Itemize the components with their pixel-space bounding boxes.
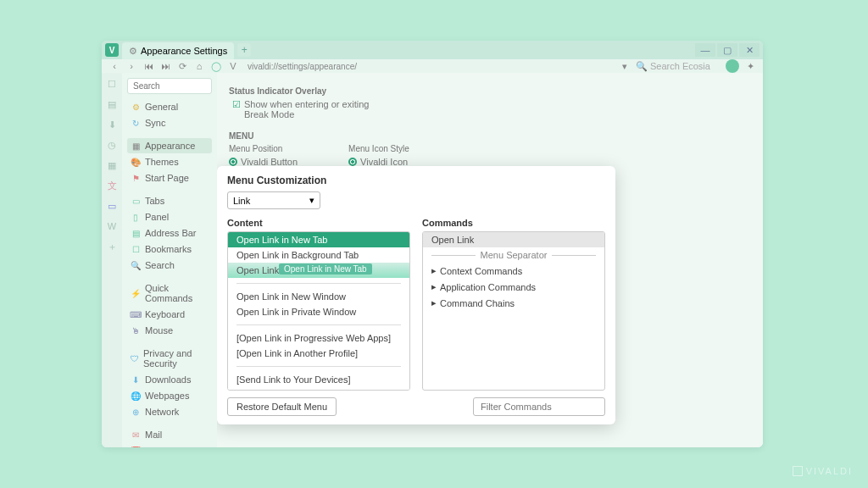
privacy-and-security-icon: 🛡 [131, 353, 139, 363]
main-area: ☐ ▤ ⬇ ◷ ▦ 文 ▭ W ＋ ⚙General↻Sync▦Appearan… [102, 73, 763, 447]
keyboard-icon: ⌨ [131, 309, 141, 319]
downloads-panel-icon[interactable]: ⬇ [106, 119, 118, 130]
command-menu-separator[interactable]: Menu Separator [423, 247, 604, 263]
sidebar-item-panel[interactable]: ▯Panel [127, 209, 212, 225]
bookmarks-panel-icon[interactable]: ☐ [106, 78, 118, 90]
settings-content: Status Indicator Overlay ☑ Show when ent… [217, 73, 763, 447]
content-item[interactable]: Open Link in Background Tab [228, 247, 409, 263]
menu-separator[interactable] [236, 366, 401, 367]
sidebar-item-tabs[interactable]: ▭Tabs [127, 193, 212, 208]
sidebar-item-label: Downloads [145, 374, 191, 385]
content-item[interactable]: Open Link in New Tab [228, 232, 409, 247]
sidebar-item-privacy-and-security[interactable]: 🛡Privacy and Security [127, 346, 212, 371]
window-controls: — ▢ ✕ [695, 43, 760, 57]
content-item[interactable]: Open Link in Private Window [228, 304, 409, 319]
reading-list-panel-icon[interactable]: ▤ [106, 98, 118, 110]
notes-panel-icon[interactable]: ▦ [106, 159, 118, 171]
sidebar-item-calendar[interactable]: 📅Calendar [127, 443, 212, 447]
sidebar-item-keyboard[interactable]: ⌨Keyboard [127, 307, 212, 322]
sidebar-item-quick-commands[interactable]: ⚡Quick Commands [127, 280, 212, 306]
sidebar-item-label: Bookmarks [145, 244, 192, 254]
command-group[interactable]: ▸Command Chains [423, 295, 604, 311]
filter-commands-input[interactable] [473, 397, 605, 416]
window-panel-icon[interactable]: ▭ [106, 200, 118, 212]
sidebar-item-bookmarks[interactable]: ☐Bookmarks [127, 241, 212, 257]
settings-view: ⚙General↻Sync▦Appearance🎨Themes⚑Start Pa… [122, 73, 763, 447]
restore-default-menu-button[interactable]: Restore Default Menu [227, 397, 337, 416]
wiki-panel-icon[interactable]: W [106, 220, 118, 232]
sidebar-item-webpages[interactable]: 🌐Webpages [127, 388, 212, 403]
start-page-icon: ⚑ [131, 173, 141, 183]
sidebar-item-start-page[interactable]: ⚑Start Page [127, 170, 212, 186]
sidebar-item-mail[interactable]: ✉Mail [127, 427, 212, 442]
settings-search-input[interactable] [127, 78, 212, 94]
bookmark-icon[interactable]: ▾ [619, 61, 631, 72]
sidebar-item-label: Tabs [145, 196, 164, 206]
sidebar-item-label: Panel [145, 212, 169, 222]
status-overlay-heading: Status Indicator Overlay [229, 86, 751, 96]
rewind-button[interactable]: ⏮ [142, 61, 154, 71]
chevron-right-icon: ▸ [431, 281, 437, 292]
tab-appearance-settings[interactable]: ⚙ Appearance Settings [122, 42, 234, 59]
address-bar[interactable]: vivaldi://settings/appearance/ [244, 62, 614, 71]
home-button[interactable]: ⌂ [193, 61, 205, 71]
sidebar-item-general[interactable]: ⚙General [127, 99, 212, 114]
reload-button[interactable]: ⟳ [176, 61, 188, 72]
command-group[interactable]: ▸Context Commands [423, 263, 604, 279]
chevron-right-icon: ▸ [431, 297, 437, 308]
downloads-icon: ⬇ [131, 374, 141, 385]
sidebar-item-label: Calendar [145, 446, 183, 447]
sidebar-item-label: Quick Commands [145, 283, 209, 303]
gear-icon: ⚙ [129, 46, 137, 57]
command-item[interactable]: Open Link [423, 232, 604, 247]
menu-separator[interactable] [236, 324, 401, 325]
command-group[interactable]: ▸Application Commands [423, 279, 604, 295]
sidebar-item-address-bar[interactable]: ▤Address Bar [127, 225, 212, 241]
menu-separator[interactable] [236, 283, 401, 284]
sidebar-item-label: Webpages [145, 391, 189, 401]
close-button[interactable]: ✕ [739, 43, 760, 57]
titlebar: V ⚙ Appearance Settings + — ▢ ✕ [102, 41, 763, 59]
sidebar-item-label: Themes [145, 157, 179, 167]
new-tab-button[interactable]: + [237, 43, 251, 57]
search-field[interactable]: 🔍 Search Ecosia [636, 61, 721, 72]
translate-panel-icon[interactable]: 文 [106, 180, 118, 191]
maximize-button[interactable]: ▢ [717, 43, 737, 57]
shield-icon[interactable]: ◯ [210, 61, 222, 72]
sidebar-item-appearance[interactable]: ▦Appearance [127, 138, 212, 153]
extensions-icon[interactable]: ✦ [744, 61, 756, 72]
content-item[interactable]: [Open Link in Progressive Web Apps] [228, 330, 409, 346]
sidebar-item-search[interactable]: 🔍Search [127, 258, 212, 273]
back-button[interactable]: ‹ [108, 61, 120, 71]
sidebar-item-downloads[interactable]: ⬇Downloads [127, 372, 212, 387]
site-info-icon[interactable]: V [227, 61, 239, 71]
add-panel-icon[interactable]: ＋ [106, 241, 118, 252]
sidebar-item-mouse[interactable]: 🖱Mouse [127, 323, 212, 338]
tab-title: Appearance Settings [141, 46, 227, 56]
profile-avatar[interactable] [726, 59, 739, 73]
commands-list[interactable]: Open LinkMenu Separator▸Context Commands… [422, 231, 605, 391]
status-checkbox-row[interactable]: ☑ Show when entering or exiting Break Mo… [232, 99, 751, 119]
content-item[interactable]: [Send Link to Your Devices] [228, 372, 409, 387]
content-item[interactable]: Open Link [228, 263, 409, 278]
sidebar-item-label: Search [145, 260, 175, 270]
sidebar-item-label: Mail [145, 430, 162, 440]
sidebar-item-label: Address Bar [145, 228, 197, 238]
history-panel-icon[interactable]: ◷ [106, 139, 118, 151]
content-item[interactable]: Open Link in New Window [228, 289, 409, 304]
appearance-icon: ▦ [131, 141, 141, 151]
forward-button[interactable]: › [125, 61, 137, 71]
browser-window: V ⚙ Appearance Settings + — ▢ ✕ ‹ › ⏮ ⏭ … [102, 41, 763, 447]
content-list[interactable]: Open Link in New TabOpen Link in Backgro… [227, 231, 410, 391]
calendar-icon: 📅 [131, 446, 141, 447]
network-icon: ⊕ [131, 407, 141, 417]
sidebar-item-network[interactable]: ⊕Network [127, 404, 212, 419]
menu-type-select[interactable]: Link ▾ [227, 191, 320, 209]
fast-forward-button[interactable]: ⏭ [159, 61, 171, 71]
commands-column-label: Commands [422, 218, 605, 228]
vivaldi-logo-icon[interactable]: V [105, 43, 119, 57]
sidebar-item-sync[interactable]: ↻Sync [127, 115, 212, 130]
content-item[interactable]: [Open Link in Another Profile] [228, 346, 409, 361]
sidebar-item-themes[interactable]: 🎨Themes [127, 154, 212, 169]
minimize-button[interactable]: — [695, 43, 715, 57]
